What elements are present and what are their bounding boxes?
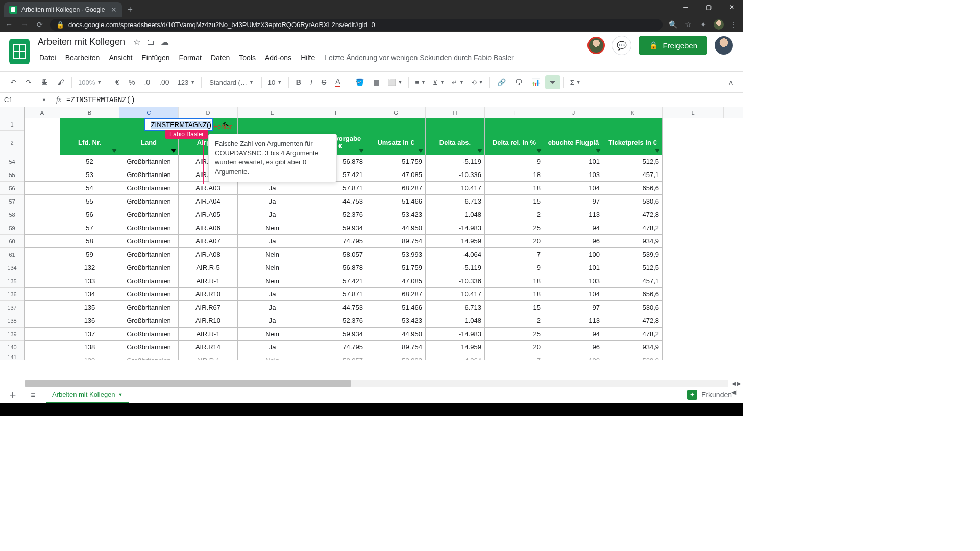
- cell[interactable]: 101: [544, 155, 603, 168]
- cell[interactable]: Ja: [238, 341, 307, 354]
- text-color-button[interactable]: A: [331, 74, 344, 90]
- cell[interactable]: Nein: [238, 354, 307, 360]
- cell[interactable]: 101: [544, 261, 603, 274]
- row-header[interactable]: 136: [0, 288, 24, 301]
- cell[interactable]: 74.795: [307, 235, 366, 248]
- select-all-corner[interactable]: [0, 107, 24, 118]
- sheets-logo-icon[interactable]: [9, 39, 30, 64]
- cell[interactable]: 104: [544, 288, 603, 301]
- row-header[interactable]: 2: [0, 131, 24, 155]
- cell[interactable]: 56: [60, 208, 119, 221]
- row-header[interactable]: 55: [0, 168, 24, 182]
- cell[interactable]: 457,1: [603, 168, 663, 182]
- address-bar[interactable]: 🔒 docs.google.com/spreadsheets/d/10TVamq…: [50, 19, 663, 31]
- row-header[interactable]: 54: [0, 155, 24, 168]
- rotate-dropdown[interactable]: ⟲▼: [468, 77, 486, 88]
- cell[interactable]: 2: [485, 314, 544, 328]
- cell[interactable]: 7: [485, 354, 544, 360]
- filter-icon[interactable]: [112, 149, 117, 153]
- functions-dropdown[interactable]: Σ▼: [567, 77, 584, 88]
- menu-file[interactable]: Datei: [36, 52, 60, 64]
- increase-decimal-button[interactable]: .00: [155, 75, 173, 89]
- cell[interactable]: 530,6: [603, 195, 663, 208]
- cell[interactable]: 113: [544, 208, 603, 221]
- cell[interactable]: 9: [485, 155, 544, 168]
- valign-dropdown[interactable]: ⊻▼: [430, 77, 448, 88]
- cell[interactable]: AIR.R67: [179, 301, 238, 314]
- paint-format-button[interactable]: 🖌: [53, 75, 68, 89]
- col-header-B[interactable]: B: [60, 107, 119, 118]
- filter-button[interactable]: ⏷: [545, 75, 560, 89]
- cell[interactable]: 51.466: [366, 301, 426, 314]
- star-icon[interactable]: ☆: [133, 37, 140, 47]
- cell[interactable]: 132: [60, 261, 119, 274]
- cell[interactable]: 15: [485, 195, 544, 208]
- cell[interactable]: 53.993: [366, 354, 426, 360]
- cell[interactable]: 472,8: [603, 208, 663, 221]
- cell[interactable]: -5.119: [426, 261, 485, 274]
- cell[interactable]: 113: [544, 314, 603, 328]
- cell[interactable]: Großbritannien: [119, 195, 179, 208]
- cell[interactable]: 57.871: [307, 288, 366, 301]
- chart-button[interactable]: 📊: [527, 75, 544, 89]
- cell[interactable]: 100: [544, 248, 603, 261]
- cell[interactable]: AIR.A06: [179, 221, 238, 235]
- cell[interactable]: -5.119: [426, 155, 485, 168]
- cell[interactable]: Großbritannien: [119, 168, 179, 182]
- menu-view[interactable]: Ansicht: [105, 52, 136, 64]
- cell[interactable]: Nein: [238, 248, 307, 261]
- print-button[interactable]: 🖶: [37, 75, 52, 89]
- row-header[interactable]: 59: [0, 221, 24, 235]
- cell[interactable]: Großbritannien: [119, 274, 179, 288]
- cell[interactable]: AIR.R-1: [179, 328, 238, 341]
- cell[interactable]: 56.878: [307, 261, 366, 274]
- cell[interactable]: 47.085: [366, 274, 426, 288]
- cell[interactable]: Ja: [238, 208, 307, 221]
- cell[interactable]: AIR.R10: [179, 314, 238, 328]
- table-header-delta-abs[interactable]: Delta abs.: [426, 131, 485, 155]
- cell[interactable]: Großbritannien: [119, 354, 179, 360]
- cell[interactable]: Großbritannien: [119, 208, 179, 221]
- cell[interactable]: Großbritannien: [119, 155, 179, 168]
- cell[interactable]: -14.983: [426, 328, 485, 341]
- col-header-A[interactable]: A: [24, 107, 60, 118]
- col-header-E[interactable]: E: [238, 107, 307, 118]
- chevron-down-icon[interactable]: ▼: [118, 392, 123, 397]
- col-header-G[interactable]: G: [366, 107, 426, 118]
- side-panel-toggle[interactable]: ◀: [727, 385, 740, 400]
- cell[interactable]: -14.983: [426, 221, 485, 235]
- cell[interactable]: 44.950: [366, 328, 426, 341]
- cell[interactable]: 539,9: [603, 354, 663, 360]
- cell[interactable]: 656,6: [603, 182, 663, 195]
- back-button[interactable]: ←: [4, 20, 14, 29]
- cell[interactable]: Großbritannien: [119, 182, 179, 195]
- cell[interactable]: Ja: [238, 314, 307, 328]
- cell[interactable]: 44.753: [307, 301, 366, 314]
- new-tab-button[interactable]: +: [122, 3, 138, 17]
- cell-editor[interactable]: =ZINSTERMTAGNZ(): [144, 118, 213, 131]
- profile-avatar-icon[interactable]: [714, 19, 724, 30]
- document-title[interactable]: Arbeiten mit Kollegen: [36, 36, 127, 48]
- cell[interactable]: AIR.R-1: [179, 354, 238, 360]
- menu-addons[interactable]: Add-ons: [261, 52, 295, 64]
- merge-dropdown[interactable]: ⬜▼: [385, 77, 406, 88]
- cell[interactable]: 51.759: [366, 261, 426, 274]
- cell[interactable]: AIR.R-5: [179, 261, 238, 274]
- italic-button[interactable]: I: [306, 75, 316, 89]
- row-header[interactable]: 135: [0, 274, 24, 288]
- cell[interactable]: 53.993: [366, 248, 426, 261]
- cell[interactable]: 139: [60, 354, 119, 360]
- cell[interactable]: 9: [485, 261, 544, 274]
- filter-icon[interactable]: [171, 149, 176, 153]
- cell[interactable]: Nein: [238, 274, 307, 288]
- number-format-dropdown[interactable]: 123▼: [175, 77, 199, 88]
- cell[interactable]: 14.959: [426, 235, 485, 248]
- cell[interactable]: Ja: [238, 301, 307, 314]
- scrollbar-thumb[interactable]: [24, 380, 351, 387]
- sheet-tab[interactable]: Arbeiten mit Kollegen ▼: [46, 388, 129, 403]
- share-button[interactable]: 🔒 Freigeben: [639, 36, 707, 55]
- filter-icon[interactable]: [359, 149, 364, 153]
- filter-icon[interactable]: [536, 149, 542, 153]
- cloud-status-icon[interactable]: ☁: [161, 37, 169, 47]
- extensions-icon[interactable]: ✦: [698, 20, 708, 29]
